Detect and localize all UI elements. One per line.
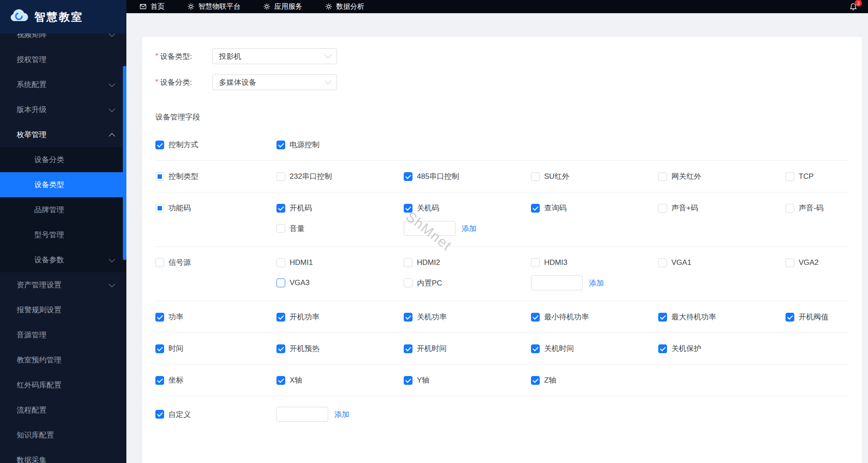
- checkbox-checked[interactable]: [786, 313, 794, 322]
- field-checkbox-cell[interactable]: VGA2: [786, 258, 849, 267]
- sidebar-item-7[interactable]: 设备类型: [0, 172, 126, 197]
- field-checkbox-cell[interactable]: 开机码: [276, 203, 404, 213]
- field-checkbox-cell[interactable]: HDMI1: [276, 258, 404, 267]
- device-category-select[interactable]: 多媒体设备: [212, 74, 337, 90]
- sidebar-item-8[interactable]: 品牌管理: [0, 197, 126, 222]
- field-checkbox-cell[interactable]: 最小待机功率: [531, 312, 658, 322]
- field-checkbox-cell[interactable]: 声音-码: [786, 203, 849, 213]
- field-checkbox-cell[interactable]: Y轴: [404, 375, 531, 385]
- checkbox-checked[interactable]: [404, 204, 412, 213]
- field-checkbox-cell[interactable]: 信号源: [155, 257, 276, 268]
- checkbox-checked[interactable]: [404, 172, 412, 181]
- checkbox-checked[interactable]: [404, 376, 412, 385]
- field-checkbox-cell[interactable]: 网关红外: [658, 171, 786, 181]
- checkbox-checked[interactable]: [155, 313, 164, 322]
- checkbox-unchecked[interactable]: [155, 258, 164, 267]
- field-checkbox-cell[interactable]: VGA3: [276, 279, 404, 287]
- checkbox-unchecked[interactable]: [658, 258, 667, 267]
- brand-logo[interactable]: 智慧教室: [0, 0, 126, 33]
- sidebar-item-6[interactable]: 设备分类: [0, 147, 126, 172]
- custom-value-input[interactable]: [531, 275, 583, 290]
- checkbox-checked[interactable]: [155, 376, 164, 385]
- checkbox-unchecked[interactable]: [786, 172, 794, 181]
- checkbox-checked[interactable]: [276, 344, 285, 353]
- checkbox-checked[interactable]: [276, 376, 285, 385]
- field-checkbox-cell[interactable]: TCP: [786, 172, 849, 181]
- checkbox-checked[interactable]: [531, 313, 540, 322]
- topnav-item-4[interactable]: 数据分析: [325, 2, 364, 11]
- field-checkbox-cell[interactable]: VGA1: [658, 258, 786, 267]
- field-checkbox-cell[interactable]: 控制方式: [155, 140, 276, 150]
- field-checkbox-cell[interactable]: 电源控制: [276, 140, 404, 150]
- field-checkbox-cell[interactable]: 关机功率: [404, 312, 531, 322]
- field-checkbox-cell[interactable]: HDMI3: [531, 258, 658, 267]
- checkbox-checked[interactable]: [276, 313, 285, 322]
- field-checkbox-cell[interactable]: 关机保护: [658, 344, 786, 354]
- checkbox-unchecked[interactable]: [531, 258, 540, 267]
- sidebar-item-9[interactable]: 型号管理: [0, 222, 126, 247]
- checkbox-checked[interactable]: [404, 344, 412, 353]
- checkbox-unchecked[interactable]: [276, 258, 285, 267]
- field-checkbox-cell[interactable]: 功率: [155, 312, 276, 322]
- field-checkbox-cell[interactable]: HDMI2: [404, 258, 531, 267]
- sidebar-item-11[interactable]: 资产管理设置: [0, 272, 126, 297]
- checkbox-unchecked[interactable]: [404, 258, 412, 267]
- checkbox-checked[interactable]: [531, 204, 540, 213]
- checkbox-checked[interactable]: [276, 204, 285, 213]
- checkbox-unchecked[interactable]: [786, 204, 794, 213]
- checkbox-checked[interactable]: [276, 141, 285, 149]
- sidebar-item-18[interactable]: 数据采集: [0, 448, 126, 463]
- field-checkbox-cell[interactable]: 开机时间: [404, 344, 531, 354]
- sidebar-item-17[interactable]: 知识库配置: [0, 423, 126, 448]
- checkbox-unchecked[interactable]: [786, 258, 794, 267]
- field-checkbox-cell[interactable]: 时间: [155, 344, 276, 354]
- checkbox-checked[interactable]: [658, 313, 667, 322]
- field-checkbox-cell[interactable]: 坐标: [155, 375, 276, 385]
- sidebar-item-5[interactable]: 枚举管理: [0, 122, 126, 147]
- field-checkbox-cell[interactable]: 关机码: [404, 203, 531, 213]
- sidebar-item-14[interactable]: 教室预约管理: [0, 347, 126, 373]
- checkbox-checked[interactable]: [404, 313, 412, 322]
- checkbox-checked[interactable]: [531, 344, 540, 353]
- checkbox-unchecked[interactable]: [658, 172, 667, 181]
- sidebar-item-13[interactable]: 音源管理: [0, 322, 126, 347]
- device-type-select[interactable]: 投影机: [212, 48, 337, 64]
- topnav-item-3[interactable]: 应用服务: [263, 2, 302, 11]
- checkbox-focus[interactable]: [276, 279, 285, 287]
- sidebar-scrollbar[interactable]: [123, 66, 126, 260]
- checkbox-unchecked[interactable]: [531, 172, 540, 181]
- sidebar-item-15[interactable]: 红外码库配置: [0, 373, 126, 398]
- custom-value-input[interactable]: [276, 407, 328, 422]
- notification-bell[interactable]: 3: [849, 3, 857, 11]
- field-checkbox-cell[interactable]: 关机时间: [531, 344, 658, 354]
- checkbox-checked[interactable]: [531, 376, 540, 385]
- field-checkbox-cell[interactable]: X轴: [276, 375, 404, 385]
- sidebar-item-4[interactable]: 版本升级: [0, 97, 126, 122]
- checkbox-checked[interactable]: [155, 410, 164, 419]
- field-checkbox-cell[interactable]: 内置PC: [404, 278, 531, 288]
- checkbox-unchecked[interactable]: [658, 204, 667, 213]
- checkbox-unchecked[interactable]: [276, 172, 285, 181]
- add-link[interactable]: 添加: [334, 409, 349, 420]
- add-link[interactable]: 添加: [589, 278, 604, 288]
- field-checkbox-cell[interactable]: 开机预热: [276, 344, 404, 354]
- sidebar-item-2[interactable]: 授权管理: [0, 47, 126, 72]
- checkbox-checked[interactable]: [155, 344, 164, 353]
- checkbox-unchecked[interactable]: [404, 279, 412, 287]
- field-checkbox-cell[interactable]: 开机阀值: [786, 312, 849, 322]
- field-checkbox-cell[interactable]: 控制类型: [155, 171, 276, 181]
- field-checkbox-cell[interactable]: 485串口控制: [404, 171, 531, 181]
- field-checkbox-cell[interactable]: 232串口控制: [276, 171, 404, 181]
- sidebar-item-3[interactable]: 系统配置: [0, 72, 126, 97]
- field-checkbox-cell[interactable]: 最大待机功率: [658, 312, 786, 322]
- field-checkbox-cell[interactable]: 开机功率: [276, 312, 404, 322]
- field-checkbox-cell[interactable]: 功能码: [155, 203, 276, 213]
- checkbox-unchecked[interactable]: [276, 224, 285, 233]
- checkbox-checked[interactable]: [658, 344, 667, 353]
- sidebar-item-12[interactable]: 报警规则设置: [0, 297, 126, 322]
- field-checkbox-cell[interactable]: 查询码: [531, 203, 658, 213]
- field-checkbox-cell[interactable]: Z轴: [531, 375, 658, 385]
- field-checkbox-cell[interactable]: 音量: [276, 224, 404, 234]
- sidebar-item-16[interactable]: 流程配置: [0, 398, 126, 423]
- field-checkbox-cell[interactable]: 声音+码: [658, 203, 786, 213]
